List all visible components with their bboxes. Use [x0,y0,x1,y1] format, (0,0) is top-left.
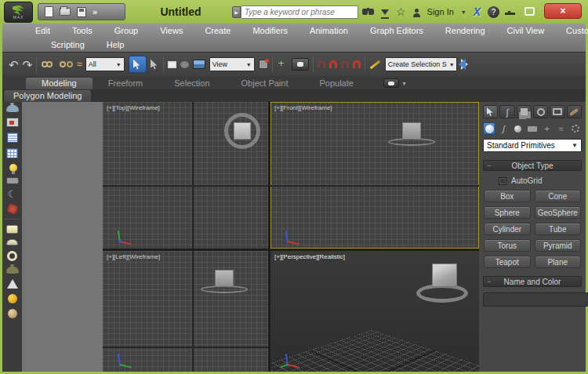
cylinder-button[interactable]: Cylinder [484,223,531,235]
tab-populate[interactable]: Populate [303,78,368,89]
selection-filter-select[interactable]: All▼ [85,57,125,71]
polygon-modeling-panel-tab[interactable]: Polygon Modeling [4,90,91,102]
select-by-name-icon[interactable] [151,60,159,70]
ribbon-minimize-icon[interactable] [383,78,399,88]
menu-civil-view[interactable]: Civil View [496,26,555,35]
unlink-selection-icon[interactable] [59,60,73,70]
favorites-star-icon[interactable]: ☆ [396,6,406,17]
keyboard-override-icon[interactable] [292,58,309,71]
sign-in-button[interactable]: Sign In [427,7,454,16]
motion-tab[interactable] [533,105,548,118]
shapes-category-button[interactable]: ʃ [497,122,510,135]
display-tab[interactable] [550,105,564,118]
bind-to-spacewarp-icon[interactable]: ≈ [77,59,82,70]
select-and-link-icon[interactable] [41,60,55,70]
new-file-icon[interactable] [45,6,53,17]
sphere-button[interactable]: Sphere [484,206,531,219]
viewcube[interactable] [432,263,457,287]
viewcube[interactable] [224,113,260,149]
sign-in-caret-icon[interactable]: ▼ [461,9,466,15]
camera-icon[interactable] [6,177,19,184]
red-tool-icon[interactable] [6,203,18,214]
close-button[interactable]: × [544,3,582,19]
lights-category-button[interactable] [512,122,524,135]
cone-button[interactable]: Cone [535,190,582,202]
geosphere-button[interactable]: GeoSphere [535,206,582,219]
ref-coord-select[interactable]: View▼ [209,57,255,71]
modify-tab[interactable]: ∫ [499,105,514,118]
angle-snap-icon[interactable] [329,60,337,68]
window-crossing-icon[interactable] [193,60,205,69]
teapot-olive-icon[interactable] [6,267,19,274]
menu-graph-editors[interactable]: Graph Editors [359,26,434,35]
tab-object-paint[interactable]: Object Paint [226,78,304,89]
hierarchy-tab[interactable] [517,105,532,118]
menu-tools[interactable]: Tools [61,26,103,35]
viewport-top-label[interactable]: [+][Top][Wireframe] [107,104,160,111]
spinner-snap-icon[interactable] [353,60,361,68]
pyramid-button[interactable]: Pyramid [535,239,582,252]
name-color-rollout-header[interactable]: Name and Color [483,276,582,287]
mirror-icon[interactable] [461,59,468,70]
save-file-icon[interactable] [77,7,86,17]
viewport-front-label[interactable]: [+][Front][Wireframe] [274,104,332,111]
dome-primitive-icon[interactable] [6,239,18,245]
viewport-perspective[interactable]: [+][Perspective][Realistic] [270,251,479,372]
torus-button[interactable]: Torus [484,239,531,252]
cameras-category-button[interactable] [526,122,539,135]
percent-snap-icon[interactable] [341,60,349,68]
yellow-sphere-icon[interactable] [8,294,17,303]
search-binoculars-icon[interactable] [362,9,368,15]
spacewarps-category-button[interactable]: ≈ [554,122,567,135]
tab-modeling[interactable]: Modeling [26,78,93,89]
create-tab[interactable] [483,105,498,118]
viewcube[interactable] [402,122,421,140]
tube-button[interactable]: Tube [535,223,582,235]
viewport-left[interactable]: [+][Left][Wireframe] [103,251,268,372]
menu-customize[interactable]: Customize [555,26,588,35]
helpers-category-button[interactable]: + [540,122,553,135]
viewport-perspective-label[interactable]: [+][Perspective][Realistic] [274,253,345,260]
tab-freeform[interactable]: Freeform [93,78,159,89]
viewport-top[interactable]: [+][Top][Wireframe] [103,102,268,249]
communication-center-icon[interactable] [381,9,389,15]
utilities-tab[interactable] [567,105,582,118]
ring-primitive-icon[interactable] [7,251,17,261]
snap-toggle-icon[interactable] [318,60,325,68]
use-pivot-center-icon[interactable] [259,60,268,69]
tan-sphere-icon[interactable] [8,309,17,318]
app-menu-button[interactable]: MAX [4,2,33,23]
toolbar-overflow-button[interactable]: » [93,7,97,16]
lightbulb-icon[interactable] [9,164,17,172]
box-primitive-icon[interactable] [6,225,18,234]
teapot-icon[interactable] [6,105,19,112]
cone-primitive-icon[interactable] [7,279,18,289]
menu-modifiers[interactable]: Modifiers [241,26,299,35]
menu-create[interactable]: Create [194,26,241,35]
ribbon-options-caret-icon[interactable]: ▼ [401,81,407,86]
geometry-category-button[interactable] [483,122,495,135]
menu-rendering[interactable]: Rendering [434,26,496,35]
box-button[interactable]: Box [484,190,531,202]
named-selection-set-select[interactable]: Create Selection S▼ [385,57,457,71]
primitive-category-select[interactable]: Standard Primitives ▼ [483,139,582,152]
menu-views[interactable]: Views [149,26,194,35]
maximize-button[interactable] [524,7,535,16]
search-history-button[interactable]: ▶ [232,6,241,18]
moon-icon[interactable]: ☾ [8,190,17,199]
object-type-rollout-header[interactable]: Object Type [483,160,582,171]
menu-help[interactable]: Help [96,40,136,49]
systems-category-button[interactable] [569,122,582,135]
undo-icon[interactable]: ↶ [9,59,19,71]
window-red-icon[interactable] [6,118,19,127]
help-icon[interactable]: ? [488,6,499,18]
object-name-field[interactable] [483,292,588,307]
table-icon[interactable] [6,148,18,158]
minimize-button[interactable] [505,8,515,15]
viewcube[interactable] [215,270,234,287]
list-icon[interactable] [7,133,18,143]
tab-selection[interactable]: Selection [158,78,225,89]
select-and-manipulate-icon[interactable] [277,59,288,70]
rect-selection-region-icon[interactable] [168,61,176,68]
teapot-button[interactable]: Teapot [484,256,531,268]
